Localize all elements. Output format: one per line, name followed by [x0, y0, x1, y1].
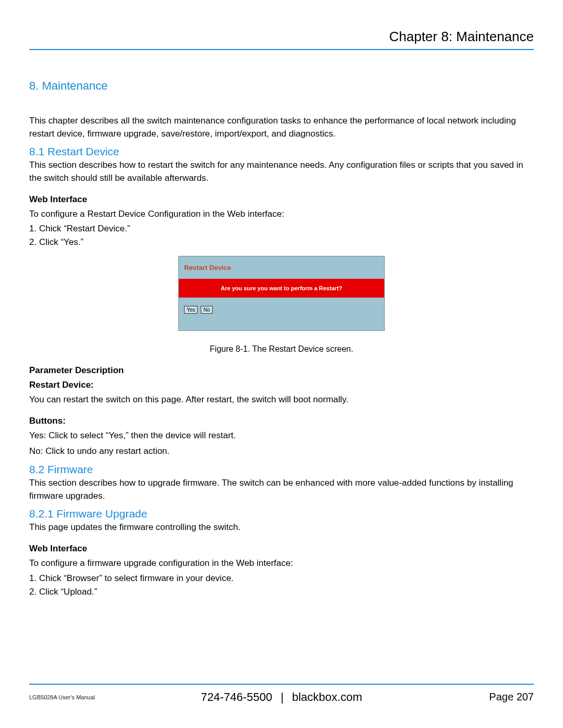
web-interface-label-1: Web Interface [29, 194, 534, 205]
step-8-2-1-1: 1. Chick “Browser” to select firmware in… [29, 573, 534, 584]
restart-panel-title: Restart Device [184, 264, 379, 272]
figure-8-1-caption: Figure 8-1. The Restart Device screen. [210, 344, 353, 354]
heading-8-2: 8.2 Firmware [29, 463, 534, 476]
intro-8-1: This section describes how to restart th… [29, 159, 534, 184]
footer-site: blackbox.com [292, 690, 362, 704]
web-interface-intro-1: To configure a Restart Device Configurat… [29, 208, 534, 221]
restart-device-text: You can restart the switch on this page.… [29, 393, 534, 406]
no-desc: No: Click to undo any restart action. [29, 445, 534, 458]
yes-button[interactable]: Yes [184, 306, 198, 314]
restart-prompt-bar: Are you sure you want to perform a Resta… [179, 279, 384, 298]
intro-8-2-1: This page updates the firmware controlli… [29, 521, 534, 534]
restart-device-label: Restart Device: [29, 380, 534, 390]
buttons-label: Buttons: [29, 416, 534, 426]
yes-desc: Yes: Click to select “Yes,” then the dev… [29, 429, 534, 442]
heading-8-1: 8.1 Restart Device [29, 145, 534, 158]
heading-8-2-1: 8.2.1 Firmware Upgrade [29, 508, 534, 520]
footer-separator: | [280, 690, 284, 704]
footer-phone: 724-746-5500 [201, 690, 272, 704]
web-interface-intro-2: To configure a firmware upgrade configur… [29, 557, 534, 570]
footer-contact: 724-746-5500 | blackbox.com [29, 690, 534, 704]
no-button[interactable]: No [201, 306, 213, 314]
intro-8-2: This section describes how to upgrade fi… [29, 477, 534, 502]
restart-device-panel: Restart Device Are you sure you want to … [178, 256, 385, 331]
page-footer: LGB5028A User's Manual 724-746-5500 | bl… [29, 684, 534, 703]
step-8-2-1-2: 2. Click “Upload.” [29, 587, 534, 597]
figure-8-1: Restart Device Are you sure you want to … [29, 256, 534, 354]
step-8-1-1: 1. Chick “Restart Device.” [29, 224, 534, 234]
intro-8: This chapter describes all the switch ma… [29, 115, 534, 140]
chapter-title: Chapter 8: Maintenance [29, 29, 534, 50]
parameter-description-label: Parameter Description [29, 365, 534, 376]
web-interface-label-2: Web Interface [29, 544, 534, 554]
heading-8: 8. Maintenance [29, 79, 534, 93]
step-8-1-2: 2. Click “Yes.” [29, 237, 534, 248]
